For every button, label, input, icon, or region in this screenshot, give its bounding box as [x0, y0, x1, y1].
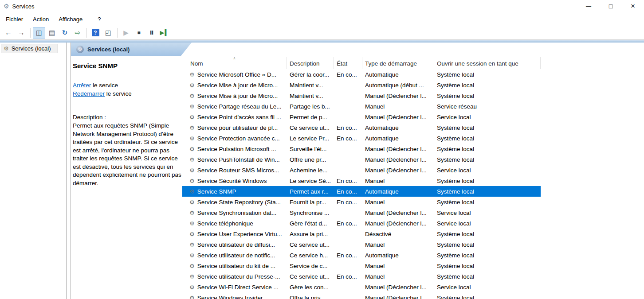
cell-startup-type: Manuel (Déclencher l... — [362, 218, 434, 229]
service-gear-icon: ⚙ — [189, 157, 195, 163]
service-gear-icon: ⚙ — [189, 167, 195, 173]
cell-startup-type: Manuel — [362, 260, 434, 271]
selected-service-title: Service SNMP — [73, 62, 181, 70]
cell-state: En co... — [334, 218, 362, 229]
table-row[interactable]: ⚙Service Wi-Fi Direct Service ... Gère l… — [182, 282, 541, 292]
cell-startup-type: Automatique — [362, 186, 434, 197]
service-gear-icon: ⚙ — [189, 72, 195, 78]
service-action-links: Arrêter le service Redémarrer le service — [73, 81, 181, 98]
column-header-start[interactable]: Type de démarrage — [362, 57, 434, 69]
table-row[interactable]: ⚙Service Protection avancée c... Le serv… — [182, 133, 541, 144]
window-controls: — □ × — [577, 0, 644, 12]
table-row[interactable]: ⚙Service Routeur SMS Micros... Achemine … — [182, 165, 541, 175]
help-icon: ? — [92, 29, 99, 36]
cell-state — [334, 229, 362, 239]
column-header-name[interactable]: ∧Nom — [182, 57, 287, 69]
cell-logon-as: Système local — [434, 175, 541, 186]
restart-service-icon: ▶ — [160, 30, 165, 35]
table-row[interactable]: ⚙Service utilisateur du Presse-... Ce se… — [182, 271, 541, 282]
cell-state — [334, 207, 362, 218]
forward-button[interactable]: → — [15, 27, 27, 39]
table-row[interactable]: ⚙Service SNMP Permet aux r... En co... A… — [182, 186, 541, 197]
table-row[interactable]: ⚙Service Windows Insider Offre la pris..… — [182, 292, 541, 299]
menu-action[interactable]: Action — [28, 14, 54, 24]
cell-logon-as: Système local — [434, 69, 541, 80]
service-gear-icon: ⚙ — [189, 252, 195, 258]
content-row: Service SNMP Arrêter le service Redémarr… — [71, 56, 644, 299]
tree-item-services-local[interactable]: ⚙ Services (local) — [1, 44, 58, 53]
cell-description: Ce service h... — [287, 250, 334, 260]
cell-name: Service pour utilisateur de pl... — [197, 124, 278, 131]
pane-splitter[interactable] — [67, 43, 71, 299]
cell-logon-as: Système local — [434, 186, 541, 197]
help-button[interactable]: ? — [89, 27, 102, 39]
service-gear-icon: ⚙ — [189, 221, 195, 226]
toolbar-separator — [30, 28, 31, 38]
show-console-tree-icon: ◫ — [36, 29, 42, 36]
menu-fichier[interactable]: Fichier — [1, 14, 28, 24]
restart-service-button[interactable]: ▶▍ — [158, 27, 171, 39]
cell-startup-type: Automatique — [362, 69, 434, 80]
cell-description: Permet de p... — [287, 112, 334, 122]
banner-gradient: ⚙ Services (local) — [71, 43, 192, 56]
cell-logon-as: Système local — [434, 271, 541, 282]
cell-logon-as: Service local — [434, 218, 541, 229]
menu-help[interactable]: ? — [93, 14, 106, 24]
pause-service-icon: Ⅱ — [150, 30, 154, 35]
tree-item-label: Services (local) — [12, 45, 51, 52]
stop-service-button[interactable]: ■ — [133, 27, 145, 39]
cell-startup-type: Manuel (Déclencher l... — [362, 165, 434, 175]
cell-startup-type: Manuel — [362, 175, 434, 186]
back-button[interactable]: ← — [2, 27, 15, 39]
refresh-button[interactable]: ↻ — [59, 27, 71, 39]
table-row[interactable]: ⚙Service Mise à jour de Micro... Maintie… — [182, 90, 541, 101]
column-header-logon[interactable]: Ouvrir une session en tant que — [434, 57, 541, 69]
table-row[interactable]: ⚙Service State Repository (Sta... Fourni… — [182, 197, 541, 207]
column-header-label: Ouvrir une session en tant que — [437, 60, 518, 67]
show-console-tree-button[interactable]: ◫ — [33, 27, 45, 39]
cell-name: Service utilisateur de diffusi... — [197, 241, 275, 248]
service-gear-icon: ⚙ — [189, 284, 195, 290]
extended-view-icon: ◰ — [105, 29, 111, 36]
cell-name: Service utilisateur de notific... — [197, 252, 275, 259]
column-header-desc[interactable]: Description — [287, 57, 334, 69]
restart-service-suffix: le service — [105, 90, 132, 97]
export-list-button[interactable]: ⇨ — [71, 27, 84, 39]
close-button[interactable]: × — [622, 0, 644, 12]
restart-service-link[interactable]: Redémarrer — [73, 90, 105, 97]
table-row[interactable]: ⚙Service Microsoft Office « D... Gérer l… — [182, 69, 541, 80]
back-icon: ← — [5, 29, 12, 36]
service-gear-icon: ⚙ — [189, 93, 195, 99]
cell-logon-as: Système local — [434, 80, 541, 90]
column-header-label: État — [337, 60, 347, 67]
table-row[interactable]: ⚙Service Synchronisation dat... Synchron… — [182, 207, 541, 218]
extended-view-button[interactable]: ◰ — [102, 27, 114, 39]
cell-description: Gère les con... — [287, 282, 334, 292]
table-row[interactable]: ⚙Service Mise à jour de Micro... Maintie… — [182, 80, 541, 90]
cell-logon-as: Service local — [434, 282, 541, 292]
cell-description: Offre la pris... — [287, 292, 334, 299]
start-service-button[interactable]: ▶ — [120, 27, 132, 39]
table-row[interactable]: ⚙Service Pulsation Microsoft ... Surveil… — [182, 144, 541, 154]
properties-button[interactable]: ▤ — [46, 27, 58, 39]
table-row[interactable]: ⚙Service Partage réseau du Le... Partage… — [182, 101, 541, 112]
maximize-button[interactable]: □ — [600, 0, 622, 12]
table-row[interactable]: ⚙Service pour utilisateur de pl... Ce se… — [182, 122, 541, 133]
results-pane: ⚙ Services (local) Service SNMP Arrêter … — [71, 43, 644, 299]
cell-name: Service Mise à jour de Micro... — [197, 93, 278, 99]
table-row[interactable]: ⚙Service utilisateur du kit de ... Servi… — [182, 260, 541, 271]
table-row[interactable]: ⚙Service PushToInstall de Win... Offre u… — [182, 154, 541, 165]
minimize-button[interactable]: — — [577, 0, 600, 12]
pause-service-button[interactable]: Ⅱ — [145, 27, 158, 39]
table-row[interactable]: ⚙Service Sécurité Windows Le service Sé.… — [182, 175, 541, 186]
menu-affichage[interactable]: Affichage — [54, 14, 87, 24]
table-row[interactable]: ⚙Service téléphonique Gère l'état d... E… — [182, 218, 541, 229]
stop-service-link[interactable]: Arrêter — [73, 82, 91, 89]
column-header-state[interactable]: État — [334, 57, 362, 69]
table-row[interactable]: ⚙Service utilisateur de diffusi... Ce se… — [182, 239, 541, 250]
cell-state — [334, 260, 362, 271]
service-gear-icon: ⚙ — [189, 263, 195, 269]
table-row[interactable]: ⚙Service utilisateur de notific... Ce se… — [182, 250, 541, 260]
table-row[interactable]: ⚙Service Point d'accès sans fil ... Perm… — [182, 112, 541, 122]
table-row[interactable]: ⚙Service User Experience Virtu... Assure… — [182, 229, 541, 239]
